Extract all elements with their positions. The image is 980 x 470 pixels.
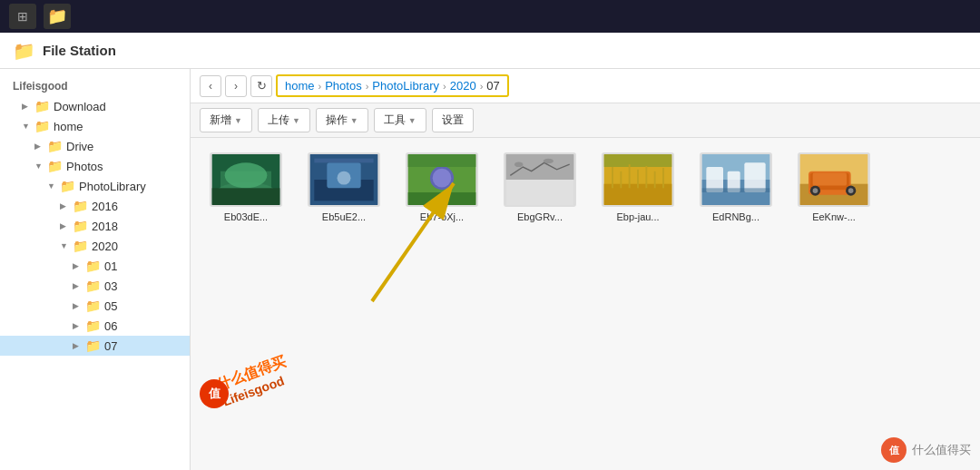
svg-rect-16 bbox=[408, 154, 476, 167]
app-title: File Station bbox=[43, 43, 116, 58]
dropdown-arrow-icon: ▼ bbox=[292, 116, 300, 125]
bottom-watermark: 值 什么值得买 bbox=[881, 437, 971, 463]
breadcrumb-path: home › Photos › PhotoLibrary › 2020 › 07 bbox=[276, 74, 509, 97]
file-item[interactable]: EdRNBg... bbox=[695, 152, 777, 223]
folder-icon: 📁 bbox=[85, 279, 101, 293]
file-name: Eb03dE... bbox=[224, 211, 268, 223]
file-item[interactable]: Eb5uE2... bbox=[303, 152, 385, 223]
sidebar-item-photolibrary[interactable]: ▼ 📁 PhotoLibrary bbox=[0, 176, 190, 196]
dropdown-arrow-icon: ▼ bbox=[350, 116, 358, 125]
sidebar-label: 06 bbox=[104, 319, 177, 333]
sidebar-label: 01 bbox=[104, 259, 177, 273]
file-item[interactable]: EeKnw-... bbox=[793, 152, 875, 223]
dropdown-arrow-icon: ▼ bbox=[234, 116, 242, 125]
upload-button[interactable]: 上传 ▼ bbox=[258, 108, 310, 132]
arrow-icon: ▶ bbox=[73, 301, 82, 310]
folder-icon: 📁 bbox=[47, 139, 63, 153]
file-name: Ebp-jau... bbox=[616, 211, 659, 223]
folder-icon: 📁 bbox=[60, 179, 75, 193]
refresh-button[interactable]: ↻ bbox=[250, 75, 272, 97]
sidebar-item-03[interactable]: ▶ 📁 03 bbox=[0, 276, 190, 296]
file-name: Eb7-oXj... bbox=[420, 211, 464, 223]
sidebar-label: 2016 bbox=[92, 200, 177, 213]
file-item[interactable]: Eb03dE... bbox=[205, 152, 287, 223]
sidebar-label: Download bbox=[54, 100, 177, 113]
breadcrumb-home[interactable]: home bbox=[285, 79, 315, 93]
svg-rect-37 bbox=[702, 188, 770, 192]
back-button[interactable]: ‹ bbox=[200, 75, 221, 97]
watermark: 什么值得买 Lifeisgood bbox=[214, 352, 294, 408]
arrow-icon: ▶ bbox=[34, 142, 44, 151]
folder-icon: 📁 bbox=[85, 299, 101, 313]
app-header: 📁 File Station bbox=[0, 33, 980, 69]
forward-button[interactable]: › bbox=[225, 75, 247, 97]
sidebar-label: 2018 bbox=[92, 220, 177, 233]
sidebar-item-06[interactable]: ▶ 📁 06 bbox=[0, 316, 190, 336]
folder-icon: 📁 bbox=[85, 318, 101, 333]
file-thumbnail bbox=[602, 152, 674, 207]
sidebar-label: Drive bbox=[66, 140, 177, 153]
sidebar-label: 03 bbox=[104, 279, 177, 293]
file-item[interactable]: Ebp-jau... bbox=[597, 152, 679, 223]
svg-point-5 bbox=[225, 162, 268, 188]
sidebar-label: 07 bbox=[104, 339, 177, 353]
folder-icon: 📁 bbox=[73, 219, 88, 233]
arrow-icon: ▼ bbox=[22, 122, 31, 131]
folder-icon: 📁 bbox=[73, 239, 88, 253]
folder-icon: 📁 bbox=[47, 159, 63, 173]
arrow-icon: ▶ bbox=[60, 221, 69, 230]
breadcrumb-photolibrary[interactable]: PhotoLibrary bbox=[372, 79, 439, 93]
sidebar-item-2018[interactable]: ▶ 📁 2018 bbox=[0, 216, 190, 236]
arrow-icon: ▼ bbox=[60, 241, 69, 250]
folder-app-icon[interactable]: 📁 bbox=[44, 4, 71, 29]
svg-rect-46 bbox=[813, 173, 847, 186]
sidebar-item-2016[interactable]: ▶ 📁 2016 bbox=[0, 196, 190, 216]
watermark-text1: 什么值得买 bbox=[214, 352, 289, 395]
dropdown-arrow-icon: ▼ bbox=[408, 116, 416, 125]
action-button[interactable]: 操作 ▼ bbox=[316, 108, 368, 132]
sidebar-item-2020[interactable]: ▼ 📁 2020 bbox=[0, 236, 190, 256]
folder-icon: 📁 bbox=[73, 199, 88, 213]
content-area: ‹ › ↻ home › Photos › PhotoLibrary › 202… bbox=[191, 69, 980, 470]
grid-app-icon[interactable]: ⊞ bbox=[9, 4, 36, 29]
app-folder-icon: 📁 bbox=[13, 40, 35, 62]
svg-point-10 bbox=[338, 171, 351, 185]
watermark-badge: 值 bbox=[200, 379, 229, 408]
svg-rect-36 bbox=[744, 162, 765, 192]
action-bar: 新增 ▼ 上传 ▼ 操作 ▼ 工具 ▼ 设置 bbox=[191, 103, 980, 138]
sidebar-item-drive[interactable]: ▶ 📁 Drive bbox=[0, 136, 190, 156]
svg-point-45 bbox=[848, 188, 854, 193]
folder-icon: 📁 bbox=[85, 338, 101, 353]
file-name: EbgGRv... bbox=[517, 211, 563, 223]
top-bar: ⊞ 📁 bbox=[0, 0, 980, 33]
arrow-icon: ▶ bbox=[73, 261, 82, 270]
sidebar-item-01[interactable]: ▶ 📁 01 bbox=[0, 256, 190, 276]
svg-point-14 bbox=[433, 169, 452, 188]
file-item[interactable]: Eb7-oXj... bbox=[401, 152, 483, 223]
sidebar-item-download[interactable]: ▶ 📁 Download bbox=[0, 96, 190, 116]
file-thumbnail bbox=[406, 152, 478, 207]
tools-button[interactable]: 工具 ▼ bbox=[374, 108, 426, 132]
arrow-icon: ▼ bbox=[34, 162, 44, 171]
file-thumbnail bbox=[700, 152, 772, 207]
settings-button[interactable]: 设置 bbox=[432, 108, 474, 132]
svg-rect-24 bbox=[604, 154, 672, 167]
arrow-icon: ▶ bbox=[73, 281, 82, 290]
sidebar: Lifeisgood ▶ 📁 Download ▼ 📁 home ▶ 📁 Dri… bbox=[0, 69, 191, 470]
sidebar-item-photos[interactable]: ▼ 📁 Photos bbox=[0, 156, 190, 176]
breadcrumb-2020[interactable]: 2020 bbox=[450, 79, 476, 93]
file-name: EeKnw-... bbox=[812, 211, 856, 223]
sidebar-item-05[interactable]: ▶ 📁 05 bbox=[0, 296, 190, 316]
folder-icon: 📁 bbox=[34, 99, 50, 113]
file-item[interactable]: EbgGRv... bbox=[499, 152, 581, 223]
file-thumbnail bbox=[798, 152, 870, 207]
svg-rect-6 bbox=[212, 188, 280, 205]
sidebar-item-07[interactable]: ▶ 📁 07 bbox=[0, 336, 190, 356]
folder-icon: 📁 bbox=[85, 259, 101, 273]
bottom-watermark-text: 什么值得买 bbox=[912, 442, 971, 458]
sidebar-item-home[interactable]: ▼ 📁 home bbox=[0, 116, 190, 136]
arrow-icon: ▶ bbox=[73, 321, 82, 330]
new-button[interactable]: 新增 ▼ bbox=[200, 108, 252, 132]
sidebar-label: 2020 bbox=[92, 240, 177, 253]
breadcrumb-photos[interactable]: Photos bbox=[325, 79, 361, 93]
